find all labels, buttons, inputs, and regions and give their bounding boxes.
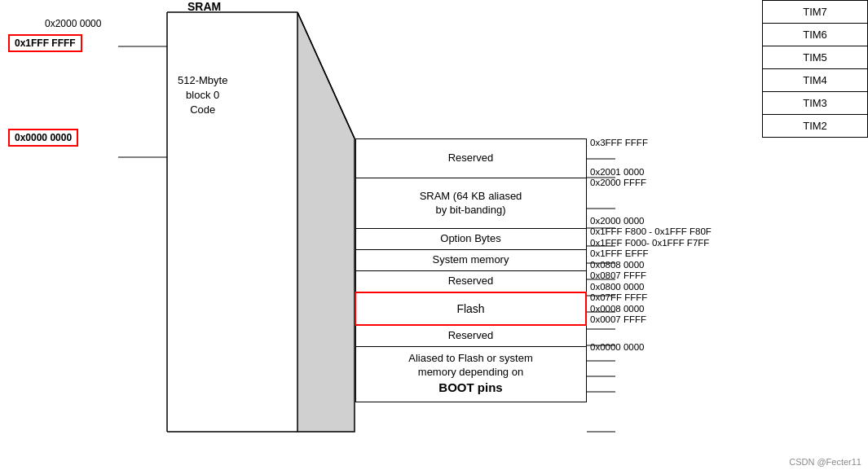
reserved-top-cell: Reserved (355, 139, 586, 178)
tim5-item: TIM5 (762, 46, 868, 68)
addr-3fff-ffff: 0x3FFF FFFF (590, 138, 712, 148)
table-row: Reserved (355, 270, 586, 292)
block-label: 512-Mbyte block 0 Code (178, 73, 227, 118)
table-row: System memory (355, 249, 586, 270)
addr-0807-ffff: 0x0807 FFFF (590, 271, 712, 281)
addr-0008-0000: 0x0008 0000 (590, 305, 712, 314)
addr-box-1: 0x1FFF FFFF (8, 34, 82, 52)
addr-top-label: 0x2000 0000 (45, 18, 101, 29)
addr-2000-ffff: 0x2000 FFFF (590, 178, 712, 188)
tim7-item: TIM7 (762, 0, 868, 23)
address-annotations: 0x3FFF FFFF 0x2001 0000 0x2000 FFFF 0x20… (590, 138, 712, 352)
tim-list: TIM7 TIM6 TIM5 TIM4 TIM3 TIM2 (762, 0, 868, 138)
system-memory-cell: System memory (355, 249, 586, 270)
addr-0000-0000: 0x0000 0000 (590, 343, 712, 353)
table-row: Reserved (355, 325, 586, 346)
table-row: SRAM (64 KB aliasedby bit-banding) (355, 178, 586, 229)
sram-cell: SRAM (64 KB aliasedby bit-banding) (355, 178, 586, 229)
tim6-item: TIM6 (762, 23, 868, 46)
option-bytes-cell: Option Bytes (355, 229, 586, 250)
memory-map-diagram: SRAM 0x2000 0000 0x1FFF FFFF 0x0000 0000… (0, 0, 868, 470)
table-row: Reserved (355, 139, 586, 178)
svg-line-7 (297, 12, 355, 138)
watermark: CSDN @Fecter11 (789, 457, 861, 467)
addr-box-2: 0x0000 0000 (8, 129, 78, 147)
addr-1fff-efff: 0x1FFF EFFF (590, 249, 712, 259)
addr-2001-0000: 0x2001 0000 (590, 168, 712, 178)
tim2-item: TIM2 (762, 114, 868, 138)
addr-0800-0000: 0x0800 0000 (590, 283, 712, 292)
addr-0808-0000: 0x0808 0000 (590, 261, 712, 270)
reserved-mid-cell: Reserved (355, 270, 586, 292)
flash-cell: Flash (355, 292, 586, 325)
addr-2000-0000: 0x2000 0000 (590, 217, 712, 226)
table-row: Flash (355, 292, 586, 325)
memory-map-table: Reserved SRAM (64 KB aliasedby bit-bandi… (355, 138, 587, 402)
reserved-bot-cell: Reserved (355, 325, 586, 346)
sram-label: SRAM (187, 0, 221, 13)
table-row: Option Bytes (355, 229, 586, 250)
table-row: Aliased to Flash or systemmemory dependi… (355, 346, 586, 402)
tim4-item: TIM4 (762, 68, 868, 91)
svg-marker-6 (297, 12, 355, 432)
addr-1fff-f800: 0x1FFF F800 - 0x1FFF F80F (590, 227, 712, 237)
addr-07ff-ffff: 0x07FF FFFF (590, 293, 712, 303)
addr-0007-ffff: 0x0007 FFFF (590, 315, 712, 325)
tim3-item: TIM3 (762, 91, 868, 114)
aliased-cell: Aliased to Flash or systemmemory dependi… (355, 346, 586, 402)
addr-1fff-f000: 0x1FFF F000- 0x1FFF F7FF (590, 239, 712, 248)
